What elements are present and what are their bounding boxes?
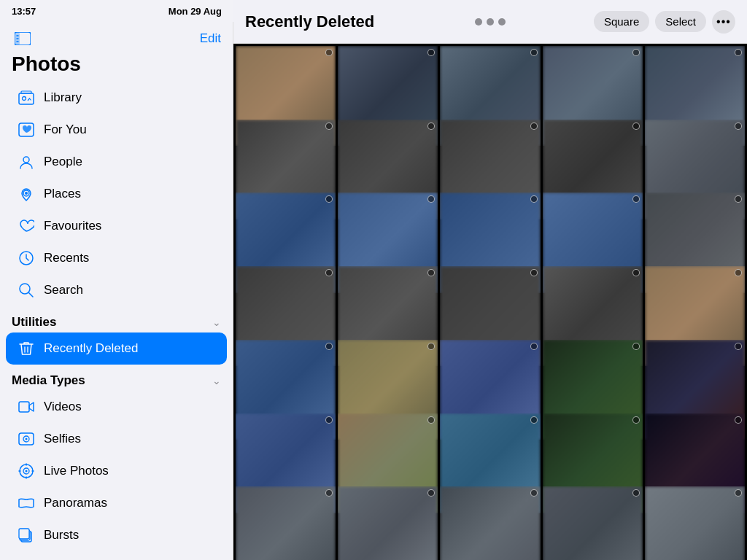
live-photos-icon bbox=[18, 462, 35, 480]
sidebar-item-live-photos[interactable]: Live Photos bbox=[6, 455, 227, 487]
sidebar-item-videos-label: Videos bbox=[44, 400, 82, 414]
top-bar-right: Square Select ••• bbox=[594, 10, 735, 34]
photo-cell[interactable] bbox=[543, 486, 643, 560]
sidebar-item-for-you[interactable]: For You bbox=[6, 114, 227, 146]
window-controls bbox=[475, 18, 506, 26]
svg-line-14 bbox=[28, 292, 33, 297]
sidebar-item-favourites-label: Favourites bbox=[44, 219, 101, 233]
edit-button[interactable]: Edit bbox=[200, 31, 221, 46]
main-content: Recently Deleted Square Select ••• bbox=[233, 0, 747, 560]
sidebar-item-recently-deleted[interactable]: Recently Deleted bbox=[6, 332, 227, 365]
svg-point-23 bbox=[26, 470, 28, 472]
search-icon bbox=[18, 281, 35, 299]
svg-rect-6 bbox=[21, 91, 31, 93]
sidebar-title: Photos bbox=[0, 52, 233, 82]
sidebar-item-people[interactable]: People bbox=[6, 146, 227, 178]
photo-cell[interactable] bbox=[338, 486, 438, 560]
sidebar-nav: Library For You People bbox=[0, 82, 233, 306]
sidebar-item-recently-deleted-label: Recently Deleted bbox=[44, 341, 138, 356]
sidebar-item-panoramas[interactable]: Panoramas bbox=[6, 487, 227, 519]
recents-icon bbox=[18, 249, 35, 267]
selfies-icon bbox=[18, 430, 35, 448]
more-button[interactable]: ••• bbox=[712, 10, 735, 34]
utilities-title: Utilities bbox=[12, 315, 56, 330]
sidebar-item-favourites[interactable]: Favourites bbox=[6, 210, 227, 242]
status-date: Mon 29 Aug bbox=[169, 6, 222, 17]
svg-point-20 bbox=[26, 438, 28, 440]
sidebar-item-videos[interactable]: Videos bbox=[6, 391, 227, 423]
svg-point-11 bbox=[25, 192, 28, 195]
sidebar-item-live-photos-label: Live Photos bbox=[44, 464, 109, 478]
svg-rect-30 bbox=[19, 529, 29, 539]
more-icon: ••• bbox=[716, 15, 731, 28]
sidebar-item-search[interactable]: Search bbox=[6, 274, 227, 306]
media-types-section-header[interactable]: Media Types ⌄ bbox=[0, 365, 233, 391]
favourites-icon bbox=[18, 217, 35, 235]
for-you-icon bbox=[18, 121, 35, 139]
library-icon bbox=[18, 89, 35, 106]
sidebar-item-bursts[interactable]: Bursts bbox=[6, 519, 227, 551]
sidebar-item-places[interactable]: Places bbox=[6, 178, 227, 210]
bursts-icon bbox=[18, 526, 35, 544]
status-bar: 13:57 Mon 29 Aug bbox=[0, 0, 233, 22]
status-time: 13:57 bbox=[12, 6, 36, 17]
sidebar-item-library-label: Library bbox=[44, 90, 82, 105]
video-icon bbox=[18, 398, 35, 416]
sidebar-item-selfies-label: Selfies bbox=[44, 432, 81, 446]
panoramas-icon bbox=[18, 494, 35, 512]
select-button[interactable]: Select bbox=[655, 11, 706, 32]
photo-cell[interactable] bbox=[645, 486, 745, 560]
square-button[interactable]: Square bbox=[594, 11, 649, 32]
window-dot-1 bbox=[475, 18, 482, 26]
sidebar-item-people-label: People bbox=[44, 155, 82, 169]
utilities-chevron-icon: ⌄ bbox=[212, 316, 221, 328]
sidebar-item-screenshots[interactable]: Screenshots bbox=[6, 551, 227, 560]
page-title: Recently Deleted bbox=[245, 12, 374, 31]
photo-cell[interactable] bbox=[236, 486, 336, 560]
sidebar-item-search-label: Search bbox=[44, 283, 83, 298]
svg-rect-17 bbox=[19, 402, 29, 412]
media-types-title: Media Types bbox=[12, 373, 85, 388]
sidebar-item-recents[interactable]: Recents bbox=[6, 242, 227, 274]
top-bar: Recently Deleted Square Select ••• bbox=[233, 0, 747, 44]
svg-point-9 bbox=[23, 157, 29, 163]
trash-icon bbox=[18, 340, 35, 357]
utilities-section-header[interactable]: Utilities ⌄ bbox=[0, 306, 233, 332]
sidebar-item-panoramas-label: Panoramas bbox=[44, 496, 107, 510]
sidebar: 13:57 Mon 29 Aug Edit Photos bbox=[0, 0, 233, 560]
sidebar-item-places-label: Places bbox=[44, 187, 81, 201]
sidebar-toggle-icon[interactable] bbox=[12, 28, 34, 50]
places-icon bbox=[18, 185, 35, 203]
sidebar-item-selfies[interactable]: Selfies bbox=[6, 423, 227, 455]
sidebar-item-recents-label: Recents bbox=[44, 251, 89, 265]
people-icon bbox=[18, 153, 35, 171]
photo-cell[interactable] bbox=[440, 486, 540, 560]
window-dot-2 bbox=[487, 18, 494, 26]
svg-point-7 bbox=[23, 97, 26, 101]
sidebar-header: Edit bbox=[0, 22, 233, 52]
photo-grid bbox=[233, 44, 747, 560]
sidebar-item-library[interactable]: Library bbox=[6, 82, 227, 114]
media-types-chevron-icon: ⌄ bbox=[212, 375, 221, 386]
sidebar-item-for-you-label: For You bbox=[44, 122, 87, 137]
window-dot-3 bbox=[498, 18, 506, 26]
sidebar-item-bursts-label: Bursts bbox=[44, 528, 79, 542]
